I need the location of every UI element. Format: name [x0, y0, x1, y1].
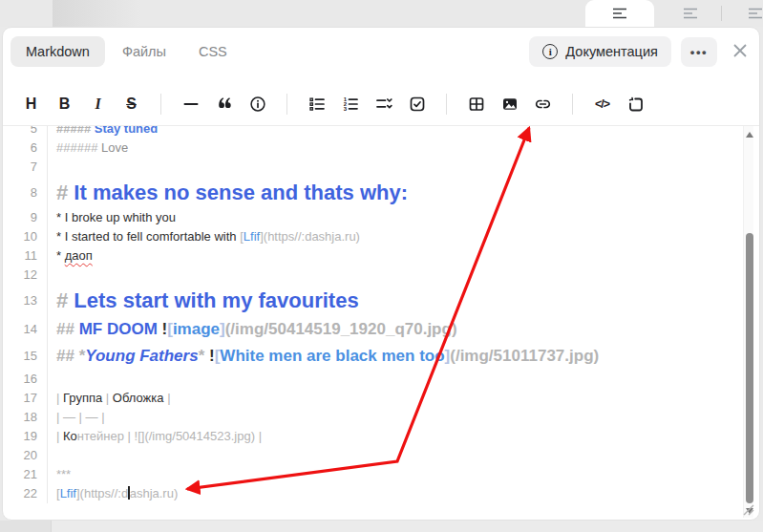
heading-button[interactable]: H [17, 89, 46, 119]
editor-line-19[interactable]: 19| Контейнер | ![](/img/50414523.jpg) | [3, 427, 747, 446]
table-button[interactable] [462, 89, 491, 119]
editor-line-13[interactable]: 13# Lets start with my favourites [3, 285, 747, 316]
heading-icon: H [26, 96, 37, 113]
bottom-strip-segment [0, 521, 52, 532]
line-number: 12 [3, 266, 47, 285]
collapse-list-icon [375, 96, 392, 113]
ordered-list-icon: 123 [342, 96, 359, 113]
scroll-up-arrow-icon[interactable] [746, 132, 753, 138]
editor-line-12[interactable]: 12 [3, 266, 747, 285]
line-content: * даоп [47, 246, 747, 266]
editor-line-16[interactable]: 16 [3, 370, 747, 389]
info-block-icon [249, 96, 266, 113]
blockquote-button[interactable] [210, 89, 239, 119]
collapse-list-button[interactable] [370, 89, 398, 119]
line-number: 21 [3, 465, 47, 484]
toolbar-divider [446, 94, 447, 115]
editor-line-10[interactable]: 10* I started to fell comfortable with [… [3, 227, 747, 246]
line-content: * I broke up whith you [47, 208, 747, 227]
info-block-button[interactable] [244, 89, 272, 119]
line-content: | Контейнер | ![](/img/50414523.jpg) | [47, 427, 747, 446]
toolbar-divider [160, 94, 161, 115]
editor-line-9[interactable]: 9* I broke up whith you [3, 208, 747, 227]
bold-icon: B [59, 96, 71, 113]
line-number: 10 [3, 227, 47, 246]
line-content: # It makes no sense and thats why: [47, 177, 747, 208]
formatting-toolbar: HBIS123</> [3, 83, 759, 126]
markdown-editor[interactable]: 5##### Stay tuned6###### Love78# It make… [3, 126, 747, 508]
more-options-button[interactable]: ••• [681, 37, 717, 67]
documentation-button[interactable]: i Документация [529, 36, 670, 67]
line-content: | Группа | Обложка | [47, 389, 747, 408]
image-button[interactable] [496, 89, 524, 119]
line-content: *** [47, 465, 747, 484]
tabs-row: Markdown Файлы CSS i Документация ••• [11, 34, 750, 69]
editor-line-5[interactable]: 5##### Stay tuned [3, 126, 747, 138]
tab-markdown[interactable]: Markdown [11, 36, 105, 67]
align-lines-tab-3[interactable] [741, 0, 763, 27]
tab-css[interactable]: CSS [183, 36, 243, 67]
editor-line-18[interactable]: 18| — | — | [3, 408, 747, 427]
editor-line-14[interactable]: 14## MF DOOM ![image](/img/50414519_1920… [3, 316, 747, 343]
line-number: 8 [3, 177, 47, 208]
line-number: 11 [3, 246, 47, 266]
line-number: 14 [3, 316, 47, 343]
editor-line-20[interactable]: 20 [3, 446, 747, 465]
line-content: ## MF DOOM ![image](/img/50414519_1920_q… [47, 316, 747, 343]
task-list-button[interactable] [403, 89, 432, 119]
line-number: 19 [3, 427, 47, 446]
ordered-list-button[interactable]: 123 [336, 89, 365, 119]
image-icon [501, 96, 519, 113]
toolbar-divider [286, 94, 287, 115]
blockquote-icon [216, 96, 233, 113]
line-number: 5 [3, 126, 47, 138]
horizontal-rule-button[interactable] [177, 89, 205, 119]
strikethrough-button[interactable]: S [117, 89, 146, 119]
link-icon [534, 96, 552, 113]
editor-scrollbar[interactable] [743, 126, 753, 518]
editor-line-17[interactable]: 17| Группа | Обложка | [3, 389, 747, 408]
line-number: 15 [3, 343, 47, 370]
line-content [47, 370, 747, 389]
link-button[interactable] [529, 89, 558, 119]
align-left-icon [681, 7, 700, 20]
line-number: 20 [3, 446, 47, 465]
editor-line-6[interactable]: 6###### Love [3, 138, 747, 158]
line-number: 18 [3, 408, 47, 427]
markdown-editor-panel: Markdown Файлы CSS i Документация ••• HB… [2, 27, 760, 521]
line-number: 17 [3, 389, 47, 408]
horizontal-rule-icon [182, 96, 200, 113]
editor-line-21[interactable]: 21*** [3, 465, 747, 484]
align-lines-tab-2[interactable] [671, 0, 710, 27]
editor-line-22[interactable]: 22[Lfif](https//:dashja.ru) [3, 484, 747, 503]
align-left-icon [746, 7, 763, 20]
strip-divider [721, 6, 722, 21]
line-number: 7 [3, 158, 47, 177]
info-icon: i [542, 44, 558, 59]
scrollbar-thumb[interactable] [746, 233, 753, 503]
line-number: 13 [3, 285, 47, 316]
bullet-list-icon [308, 96, 326, 113]
editor-line-8[interactable]: 8# It makes no sense and thats why: [3, 177, 747, 208]
line-content [47, 446, 747, 465]
editor-line-7[interactable]: 7 [3, 158, 747, 177]
resize-handle[interactable] [738, 500, 755, 517]
line-content: ## *Young Fathers* ![White men are black… [47, 343, 747, 370]
close-icon [731, 41, 750, 63]
editor-line-15[interactable]: 15## *Young Fathers* ![White men are bla… [3, 343, 747, 370]
editor-line-11[interactable]: 11* даоп [3, 246, 747, 266]
bold-button[interactable]: B [51, 89, 79, 119]
embed-button[interactable] [622, 89, 650, 119]
bullet-list-button[interactable] [303, 89, 331, 119]
tab-files[interactable]: Файлы [107, 36, 181, 67]
embed-icon [627, 96, 645, 113]
align-lines-tab-active[interactable] [585, 0, 654, 27]
line-number: 9 [3, 208, 47, 227]
close-button[interactable] [731, 41, 750, 63]
table-icon [468, 96, 485, 113]
italic-button[interactable]: I [84, 89, 113, 119]
code-button[interactable]: </> [588, 89, 617, 119]
line-content: [Lfif](https//:dashja.ru) [47, 484, 747, 503]
strikethrough-icon: S [126, 96, 137, 113]
line-content: ##### Stay tuned [47, 126, 747, 138]
